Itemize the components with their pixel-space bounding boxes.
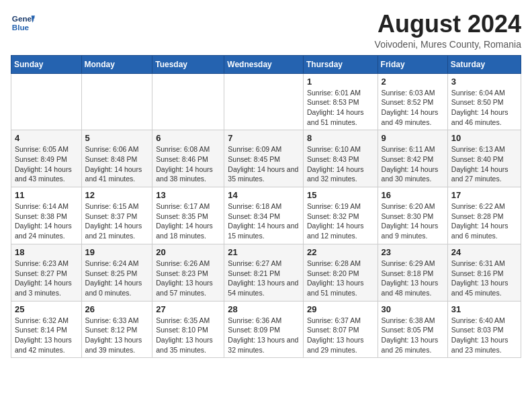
day-cell: 18Sunrise: 6:23 AM Sunset: 8:27 PM Dayli… [11,244,82,301]
day-number: 12 [85,190,149,200]
day-info: Sunrise: 6:29 AM Sunset: 8:18 PM Dayligh… [382,259,444,298]
day-number: 18 [15,247,78,257]
day-cell [11,73,82,130]
title-area: August 2024 Voivodeni, Mures County, Rom… [375,11,521,50]
month-title: August 2024 [375,11,521,38]
day-cell: 31Sunrise: 6:40 AM Sunset: 8:03 PM Dayli… [447,301,521,358]
day-cell: 10Sunrise: 6:13 AM Sunset: 8:40 PM Dayli… [447,130,521,187]
day-number: 8 [307,133,374,143]
day-info: Sunrise: 6:09 AM Sunset: 8:45 PM Dayligh… [228,144,300,184]
day-number: 29 [307,304,374,314]
day-cell: 1Sunrise: 6:01 AM Sunset: 8:53 PM Daylig… [303,73,378,130]
day-number: 27 [156,304,220,314]
day-cell [224,73,304,130]
header-friday: Friday [378,55,447,73]
day-info: Sunrise: 6:28 AM Sunset: 8:20 PM Dayligh… [307,259,374,298]
day-info: Sunrise: 6:22 AM Sunset: 8:28 PM Dayligh… [451,201,517,241]
day-cell: 2Sunrise: 6:03 AM Sunset: 8:52 PM Daylig… [378,73,447,130]
day-number: 26 [85,304,149,314]
day-cell: 4Sunrise: 6:05 AM Sunset: 8:49 PM Daylig… [11,130,82,187]
day-info: Sunrise: 6:04 AM Sunset: 8:50 PM Dayligh… [451,88,517,128]
day-number: 10 [451,133,517,143]
day-info: Sunrise: 6:05 AM Sunset: 8:49 PM Dayligh… [15,144,78,184]
day-info: Sunrise: 6:24 AM Sunset: 8:25 PM Dayligh… [85,259,149,298]
day-info: Sunrise: 6:36 AM Sunset: 8:09 PM Dayligh… [228,316,300,355]
day-cell: 6Sunrise: 6:08 AM Sunset: 8:46 PM Daylig… [152,130,224,187]
day-number: 14 [228,190,300,200]
day-info: Sunrise: 6:17 AM Sunset: 8:35 PM Dayligh… [156,201,220,241]
day-cell: 30Sunrise: 6:38 AM Sunset: 8:05 PM Dayli… [378,301,447,358]
day-number: 7 [228,133,300,143]
week-row-1: 4Sunrise: 6:05 AM Sunset: 8:49 PM Daylig… [11,130,521,187]
day-cell: 5Sunrise: 6:06 AM Sunset: 8:48 PM Daylig… [81,130,152,187]
day-info: Sunrise: 6:40 AM Sunset: 8:03 PM Dayligh… [451,316,517,355]
day-info: Sunrise: 6:27 AM Sunset: 8:21 PM Dayligh… [228,259,300,298]
day-info: Sunrise: 6:06 AM Sunset: 8:48 PM Dayligh… [85,144,149,184]
header-sunday: Sunday [11,55,82,73]
subtitle: Voivodeni, Mures County, Romania [375,39,521,50]
day-number: 20 [156,247,220,257]
week-row-2: 11Sunrise: 6:14 AM Sunset: 8:38 PM Dayli… [11,187,521,244]
day-info: Sunrise: 6:08 AM Sunset: 8:46 PM Dayligh… [156,144,220,184]
day-info: Sunrise: 6:23 AM Sunset: 8:27 PM Dayligh… [15,259,78,298]
header-wednesday: Wednesday [224,55,304,73]
day-cell: 11Sunrise: 6:14 AM Sunset: 8:38 PM Dayli… [11,187,82,244]
calendar-header-row: SundayMondayTuesdayWednesdayThursdayFrid… [11,55,521,73]
day-number: 4 [15,133,78,143]
day-cell: 3Sunrise: 6:04 AM Sunset: 8:50 PM Daylig… [447,73,521,130]
day-cell: 20Sunrise: 6:26 AM Sunset: 8:23 PM Dayli… [152,244,224,301]
day-number: 5 [85,133,149,143]
day-cell: 24Sunrise: 6:31 AM Sunset: 8:16 PM Dayli… [447,244,521,301]
svg-text:General: General [12,14,35,23]
calendar-table: SundayMondayTuesdayWednesdayThursdayFrid… [11,55,521,359]
day-number: 6 [156,133,220,143]
day-number: 1 [307,77,374,87]
day-info: Sunrise: 6:14 AM Sunset: 8:38 PM Dayligh… [15,201,78,241]
day-info: Sunrise: 6:37 AM Sunset: 8:07 PM Dayligh… [307,316,374,355]
day-number: 19 [85,247,149,257]
day-number: 17 [451,190,517,200]
day-number: 22 [307,247,374,257]
day-cell: 19Sunrise: 6:24 AM Sunset: 8:25 PM Dayli… [81,244,152,301]
week-row-3: 18Sunrise: 6:23 AM Sunset: 8:27 PM Dayli… [11,244,521,301]
day-cell: 12Sunrise: 6:15 AM Sunset: 8:37 PM Dayli… [81,187,152,244]
day-cell: 21Sunrise: 6:27 AM Sunset: 8:21 PM Dayli… [224,244,304,301]
day-cell: 26Sunrise: 6:33 AM Sunset: 8:12 PM Dayli… [81,301,152,358]
day-info: Sunrise: 6:33 AM Sunset: 8:12 PM Dayligh… [85,316,149,355]
day-number: 24 [451,247,517,257]
day-cell: 16Sunrise: 6:20 AM Sunset: 8:30 PM Dayli… [378,187,447,244]
day-number: 23 [382,247,444,257]
day-number: 16 [382,190,444,200]
header-saturday: Saturday [447,55,521,73]
day-info: Sunrise: 6:03 AM Sunset: 8:52 PM Dayligh… [382,88,444,128]
day-info: Sunrise: 6:32 AM Sunset: 8:14 PM Dayligh… [15,316,78,355]
day-number: 31 [451,304,517,314]
day-number: 3 [451,77,517,87]
day-cell: 27Sunrise: 6:35 AM Sunset: 8:10 PM Dayli… [152,301,224,358]
day-number: 13 [156,190,220,200]
day-info: Sunrise: 6:13 AM Sunset: 8:40 PM Dayligh… [451,144,517,184]
day-number: 9 [382,133,444,143]
day-number: 11 [15,190,78,200]
svg-text:Blue: Blue [12,23,30,32]
day-info: Sunrise: 6:38 AM Sunset: 8:05 PM Dayligh… [382,316,444,355]
day-info: Sunrise: 6:35 AM Sunset: 8:10 PM Dayligh… [156,316,220,355]
header-tuesday: Tuesday [152,55,224,73]
day-cell: 17Sunrise: 6:22 AM Sunset: 8:28 PM Dayli… [447,187,521,244]
day-cell: 23Sunrise: 6:29 AM Sunset: 8:18 PM Dayli… [378,244,447,301]
day-cell: 8Sunrise: 6:10 AM Sunset: 8:43 PM Daylig… [303,130,378,187]
day-number: 21 [228,247,300,257]
day-info: Sunrise: 6:26 AM Sunset: 8:23 PM Dayligh… [156,259,220,298]
day-cell: 9Sunrise: 6:11 AM Sunset: 8:42 PM Daylig… [378,130,447,187]
day-cell: 22Sunrise: 6:28 AM Sunset: 8:20 PM Dayli… [303,244,378,301]
day-info: Sunrise: 6:11 AM Sunset: 8:42 PM Dayligh… [382,144,444,184]
header-thursday: Thursday [303,55,378,73]
day-cell [81,73,152,130]
day-info: Sunrise: 6:15 AM Sunset: 8:37 PM Dayligh… [85,201,149,241]
logo: General Blue [11,11,35,35]
day-number: 15 [307,190,374,200]
day-number: 28 [228,304,300,314]
day-cell: 15Sunrise: 6:19 AM Sunset: 8:32 PM Dayli… [303,187,378,244]
day-cell [152,73,224,130]
day-cell: 28Sunrise: 6:36 AM Sunset: 8:09 PM Dayli… [224,301,304,358]
